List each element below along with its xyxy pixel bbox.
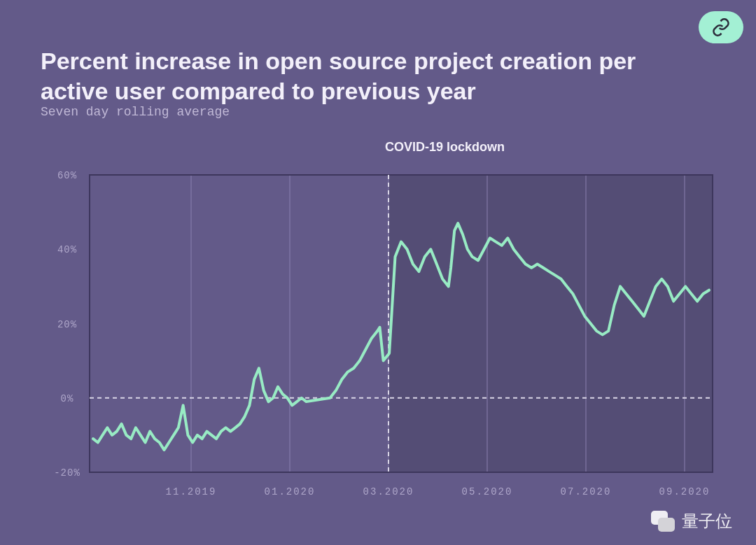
chart-title: Percent increase in open source project … (41, 46, 657, 106)
svg-text:07.2020: 07.2020 (561, 486, 612, 497)
lockdown-annotation: COVID-19 lockdown (385, 140, 505, 155)
svg-text:20%: 20% (57, 319, 77, 330)
svg-text:60%: 60% (57, 170, 77, 181)
svg-text:05.2020: 05.2020 (462, 486, 513, 497)
watermark: 量子位 (651, 510, 732, 532)
svg-text:03.2020: 03.2020 (363, 486, 414, 497)
wechat-icon (651, 511, 676, 532)
chart-subtitle: Seven day rolling average (41, 105, 230, 119)
permalink-button[interactable] (699, 11, 743, 43)
line-chart: -20%0%20%40%60%11.201901.202003.202005.2… (41, 161, 727, 511)
watermark-text: 量子位 (682, 510, 732, 532)
link-icon (711, 17, 731, 37)
svg-text:-20%: -20% (54, 467, 80, 479)
svg-text:0%: 0% (61, 393, 74, 404)
svg-text:11.2019: 11.2019 (166, 486, 217, 497)
svg-rect-0 (388, 175, 713, 472)
svg-text:01.2020: 01.2020 (265, 486, 316, 497)
svg-text:40%: 40% (57, 244, 77, 255)
svg-text:09.2020: 09.2020 (659, 486, 710, 497)
